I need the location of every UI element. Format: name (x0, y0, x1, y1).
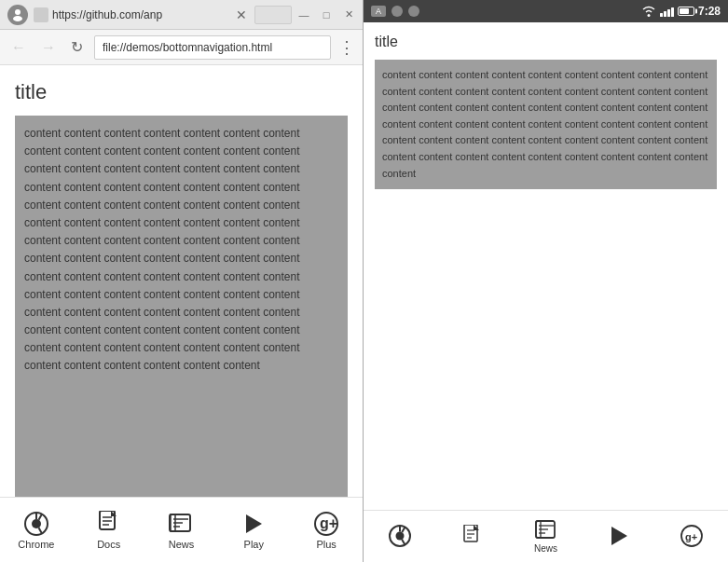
window-controls: — □ ✕ (297, 8, 355, 21)
address-bar[interactable]: file://demos/bottomnavigation.html (94, 35, 331, 60)
phone-screen: title content content content content co… (364, 22, 728, 562)
phone-content-box: content content content content content … (375, 60, 717, 189)
nav-label-news: News (169, 539, 195, 550)
svg-text:g+: g+ (320, 515, 337, 531)
battery-icon (678, 7, 694, 16)
chrome-icon (23, 511, 49, 537)
refresh-button[interactable]: ↻ (67, 36, 87, 58)
svg-point-22 (396, 531, 405, 540)
svg-line-6 (38, 514, 42, 519)
news-icon (168, 511, 194, 537)
address-text: file://demos/bottomnavigation.html (103, 41, 272, 54)
phone-docs-icon (461, 525, 484, 547)
content-area: content content content content content … (15, 116, 348, 497)
status-bar: A (364, 0, 728, 22)
content-text: content content content content content … (24, 127, 300, 372)
browser-toolbar: ← → ↻ file://demos/bottomnavigation.html… (0, 30, 363, 65)
profile-icon[interactable] (7, 5, 28, 25)
nav-item-docs[interactable]: Docs (81, 511, 137, 550)
battery-tip (695, 9, 697, 14)
nav-label-docs: Docs (97, 539, 120, 550)
phone-content-text: content content content content content … (382, 69, 707, 179)
signal-icon (660, 6, 674, 17)
browser-tab-url: https://github.com/anp (52, 8, 228, 21)
phone-nav-chrome[interactable] (364, 525, 436, 549)
svg-marker-17 (246, 514, 262, 533)
phone-nav-plus[interactable]: g+ (655, 525, 728, 549)
browser-content: title content content content content co… (0, 65, 363, 497)
maximize-button[interactable]: □ (320, 8, 333, 21)
battery-fill (680, 8, 689, 14)
browser-menu-button[interactable]: ⋮ (338, 37, 355, 58)
phone-plus-icon: g+ (680, 525, 703, 547)
nav-item-play[interactable]: Play (226, 511, 282, 550)
nav-label-chrome: Chrome (18, 539, 54, 550)
nav-item-plus[interactable]: g+ Plus (298, 511, 354, 550)
status-left: A (371, 6, 419, 17)
svg-point-0 (15, 9, 21, 15)
phone-nav-docs[interactable] (436, 525, 509, 549)
page-title: title (15, 80, 348, 104)
wifi-icon (641, 6, 656, 17)
browser-window: https://github.com/anp ✕ — □ ✕ ← → ↻ fil… (0, 0, 364, 562)
browser-favicon (34, 7, 48, 22)
new-tab-button[interactable] (254, 6, 292, 24)
browser-titlebar: https://github.com/anp ✕ — □ ✕ (0, 0, 363, 30)
svg-point-1 (13, 16, 22, 21)
minimize-button[interactable]: — (297, 8, 310, 21)
svg-point-20 (647, 14, 650, 17)
svg-point-3 (32, 519, 41, 528)
back-button[interactable]: ← (7, 37, 30, 58)
docs-icon (96, 511, 122, 537)
svg-marker-30 (474, 525, 479, 530)
svg-marker-36 (611, 527, 627, 545)
status-time: 7:28 (698, 5, 721, 18)
phone-page-content: title content content content content co… (364, 22, 728, 510)
bottom-navigation: Chrome Docs (0, 497, 363, 562)
notification-circle2-icon (408, 6, 419, 17)
phone-chrome-icon (389, 525, 411, 547)
svg-text:g+: g+ (685, 531, 697, 542)
close-button[interactable]: ✕ (342, 8, 355, 21)
plus-icon: g+ (313, 511, 339, 537)
tab-close-button[interactable]: ✕ (232, 7, 251, 22)
svg-rect-16 (171, 514, 175, 531)
svg-line-24 (402, 539, 405, 544)
phone-bottom-navigation: News g+ (364, 510, 728, 562)
play-icon (240, 511, 267, 537)
notification-a-icon: A (371, 6, 386, 17)
status-right: 7:28 (641, 5, 721, 18)
nav-label-play: Play (244, 539, 264, 550)
svg-line-25 (402, 527, 405, 532)
phone-nav-play[interactable] (583, 525, 655, 549)
notification-circle-icon (391, 6, 403, 17)
nav-item-chrome[interactable]: Chrome (8, 511, 64, 550)
nav-label-plus: Plus (316, 539, 336, 550)
forward-button[interactable]: → (37, 37, 60, 58)
phone-news-icon (535, 519, 557, 541)
phone-play-icon (608, 525, 630, 547)
phone-page-title: title (375, 34, 717, 50)
svg-line-5 (38, 528, 42, 533)
phone-panel: A (364, 0, 728, 562)
nav-item-news[interactable]: News (153, 511, 209, 550)
phone-nav-news[interactable]: News (509, 519, 582, 554)
phone-nav-label-news: News (534, 543, 557, 554)
